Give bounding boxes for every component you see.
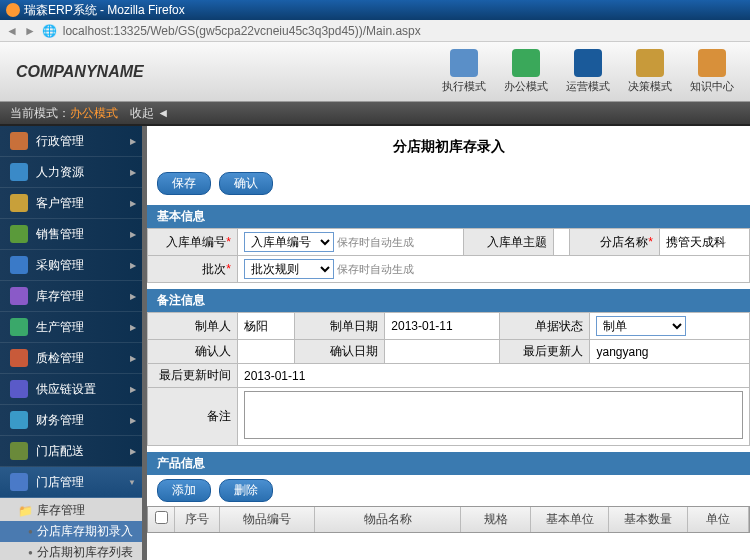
grid-col-header: 规格 <box>461 507 531 532</box>
nav-icon <box>10 163 28 181</box>
basic-form: 入库单编号* 入库单编号 保存时自动生成 入库单主题 分店名称* 携管天成科 批… <box>147 228 750 283</box>
mode-icon <box>574 49 602 77</box>
mode-1[interactable]: 办公模式 <box>504 49 548 94</box>
grid-col-header: 单位 <box>688 507 749 532</box>
sidebar-item[interactable]: 财务管理▶ <box>0 405 142 436</box>
nav-label: 供应链设置 <box>36 381 96 398</box>
mode-2[interactable]: 运营模式 <box>566 49 610 94</box>
nav-label: 门店配送 <box>36 443 84 460</box>
chevron-right-icon: ▶ <box>130 292 136 301</box>
url-field[interactable]: localhost:13325/Web/GS(gw5cpa22vcneiu45c… <box>63 24 421 38</box>
forward-icon[interactable]: ► <box>24 24 36 38</box>
nav-label: 人力资源 <box>36 164 84 181</box>
product-grid-header: 序号物品编号物品名称规格基本单位基本数量单位 <box>147 506 750 533</box>
grid-col-header: 物品编号 <box>220 507 315 532</box>
sidebar-item[interactable]: 门店配送▶ <box>0 436 142 467</box>
store-name[interactable]: 携管天成科 <box>660 229 750 256</box>
bullet-icon: ● <box>28 548 33 557</box>
tree-child[interactable]: ●分店库存期初录入 <box>0 521 142 542</box>
mode-4[interactable]: 知识中心 <box>690 49 734 94</box>
sidebar-item[interactable]: 供应链设置▶ <box>0 374 142 405</box>
sidebar-item[interactable]: 质检管理▶ <box>0 343 142 374</box>
chevron-right-icon: ▶ <box>130 385 136 394</box>
nav-label: 采购管理 <box>36 257 84 274</box>
sidebar-item[interactable]: 人力资源▶ <box>0 157 142 188</box>
window-title: 瑞森ERP系统 - Mozilla Firefox <box>24 2 185 19</box>
chevron-right-icon: ▶ <box>130 323 136 332</box>
nav-label: 生产管理 <box>36 319 84 336</box>
grid-col-header: 基本数量 <box>609 507 687 532</box>
chevron-right-icon: ▶ <box>130 230 136 239</box>
note-textarea[interactable] <box>244 391 743 439</box>
grid-col-header: 序号 <box>175 507 219 532</box>
code-rule-select[interactable]: 入库单编号 <box>244 232 334 252</box>
confirmer-value <box>238 340 295 364</box>
nav-label: 财务管理 <box>36 412 84 429</box>
company-logo: COMPANYNAME <box>16 63 144 81</box>
save-button[interactable]: 保存 <box>157 172 211 195</box>
mode-label: 知识中心 <box>690 79 734 94</box>
nav-label: 客户管理 <box>36 195 84 212</box>
delete-button[interactable]: 删除 <box>219 479 273 502</box>
back-icon[interactable]: ◄ <box>6 24 18 38</box>
sidebar-item[interactable]: 采购管理▶ <box>0 250 142 281</box>
nav-icon <box>10 132 28 150</box>
nav-icon <box>10 194 28 212</box>
nav-label: 质检管理 <box>36 350 84 367</box>
sidebar-item[interactable]: 库存管理▶ <box>0 281 142 312</box>
grid-col-header: 基本单位 <box>531 507 609 532</box>
tree-child[interactable]: ●分店期初库存列表 <box>0 542 142 560</box>
tree: 📁 库存管理●分店库存期初录入●分店期初库存列表●分店库存查询●总部库存查询📁 … <box>0 498 142 560</box>
chevron-right-icon: ▶ <box>130 447 136 456</box>
app-header: COMPANYNAME 执行模式办公模式运营模式决策模式知识中心 <box>0 42 750 102</box>
sidebar-item[interactable]: 行政管理▶ <box>0 126 142 157</box>
mode-icon <box>698 49 726 77</box>
batch-rule-select[interactable]: 批次规则 <box>244 259 334 279</box>
status-select[interactable]: 制单 <box>596 316 686 336</box>
chevron-right-icon: ▶ <box>130 416 136 425</box>
mode-0[interactable]: 执行模式 <box>442 49 486 94</box>
nav-label: 行政管理 <box>36 133 84 150</box>
page-title: 分店期初库存录入 <box>147 126 750 168</box>
updater-value: yangyang <box>590 340 750 364</box>
nav-icon <box>10 287 28 305</box>
collapse-button[interactable]: 收起 ◄ <box>130 105 169 122</box>
chevron-right-icon: ▶ <box>130 199 136 208</box>
mode-label: 决策模式 <box>628 79 672 94</box>
tree-root[interactable]: 📁 库存管理 <box>0 500 142 521</box>
mode-icon <box>636 49 664 77</box>
sidebar-item[interactable]: 门店管理▼ <box>0 467 142 498</box>
sidebar-item[interactable]: 客户管理▶ <box>0 188 142 219</box>
globe-icon: 🌐 <box>42 24 57 38</box>
confirmdate-value <box>385 340 500 364</box>
maker-value: 杨阳 <box>238 313 295 340</box>
nav-label: 门店管理 <box>36 474 84 491</box>
chevron-right-icon: ▶ <box>130 137 136 146</box>
section-remark: 备注信息 <box>147 289 750 312</box>
makedate-value: 2013-01-11 <box>385 313 500 340</box>
current-mode-label: 当前模式：办公模式 <box>10 105 118 122</box>
bullet-icon: ● <box>28 527 33 536</box>
mode-3[interactable]: 决策模式 <box>628 49 672 94</box>
grid-col-header: 物品名称 <box>315 507 461 532</box>
mode-icon <box>450 49 478 77</box>
updatetime-value: 2013-01-11 <box>238 364 750 388</box>
select-all-checkbox[interactable] <box>155 511 168 524</box>
content-area: 分店期初库存录入 保存 确认 基本信息 入库单编号* 入库单编号 保存时自动生成… <box>142 126 750 560</box>
section-basic: 基本信息 <box>147 205 750 228</box>
confirm-button[interactable]: 确认 <box>219 172 273 195</box>
nav-icon <box>10 349 28 367</box>
sidebar-item[interactable]: 生产管理▶ <box>0 312 142 343</box>
sub-header: 当前模式：办公模式 收起 ◄ <box>0 102 750 126</box>
address-bar: ◄ ► 🌐 localhost:13325/Web/GS(gw5cpa22vcn… <box>0 20 750 42</box>
add-button[interactable]: 添加 <box>157 479 211 502</box>
nav-icon <box>10 225 28 243</box>
sidebar-nav: 行政管理▶人力资源▶客户管理▶销售管理▶采购管理▶库存管理▶生产管理▶质检管理▶… <box>0 126 142 560</box>
nav-icon <box>10 380 28 398</box>
nav-icon <box>10 473 28 491</box>
nav-icon <box>10 256 28 274</box>
subject-input[interactable] <box>553 229 569 256</box>
chevron-right-icon: ▶ <box>130 261 136 270</box>
section-product: 产品信息 <box>147 452 750 475</box>
sidebar-item[interactable]: 销售管理▶ <box>0 219 142 250</box>
